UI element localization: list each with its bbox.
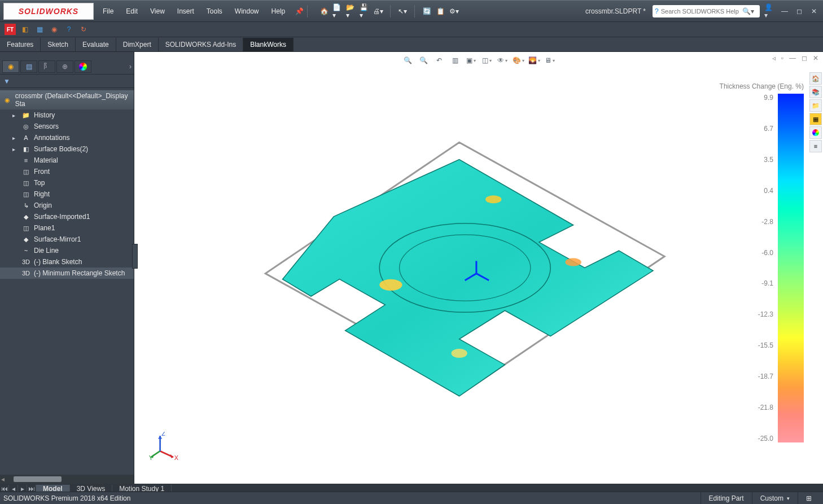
status-units[interactable]: Custom▾: [752, 492, 798, 504]
legend-tick-labels: 9.96.73.50.4-2.8-6.0-9.1-12.3-15.5-18.7-…: [758, 94, 773, 442]
tree-item[interactable]: ▸📁History: [0, 109, 134, 121]
home-icon[interactable]: 🏠: [319, 6, 329, 16]
tree-item[interactable]: ◫Right: [0, 189, 134, 200]
tool-icon-3[interactable]: ◉: [49, 24, 60, 35]
tab-sketch[interactable]: Sketch: [41, 38, 76, 51]
open-doc-icon[interactable]: 📂▾: [346, 6, 356, 16]
tree-item[interactable]: ~Die Line: [0, 245, 134, 256]
doc-restore-icon[interactable]: ◻: [802, 54, 807, 62]
tab-evaluate[interactable]: Evaluate: [76, 38, 116, 51]
panel-overflow-icon[interactable]: ›: [129, 63, 132, 71]
search-dropdown-icon[interactable]: 🔍▾: [742, 7, 754, 15]
tree-filter-row[interactable]: ▼: [0, 74, 134, 88]
menu-file[interactable]: File: [97, 5, 119, 17]
expander-icon[interactable]: ▸: [12, 112, 18, 119]
help-search[interactable]: ? 🔍▾: [653, 5, 760, 17]
tool-icon-2[interactable]: ▦: [34, 24, 45, 35]
divider: [390, 5, 391, 17]
settings-icon[interactable]: ⚙▾: [449, 6, 459, 16]
svg-point-6: [451, 349, 467, 358]
minimize-icon[interactable]: —: [779, 6, 790, 16]
help-icon[interactable]: ?: [63, 24, 75, 35]
config-manager-tab-icon[interactable]: 阝: [38, 60, 55, 73]
feature-tree: ◉ crossmbr (Default<<Default>_Display St…: [0, 88, 134, 475]
tree-item-label: Top: [34, 179, 45, 187]
menu-window[interactable]: Window: [229, 5, 265, 17]
close-icon[interactable]: ✕: [808, 6, 820, 16]
tree-item[interactable]: ◆Surface-Mirror1: [0, 234, 134, 245]
pin-icon[interactable]: 📌: [295, 7, 304, 15]
tool-icon-1[interactable]: ◧: [19, 24, 30, 35]
display-manager-tab-icon[interactable]: [75, 60, 91, 73]
taskpane-home-icon[interactable]: 🏠: [809, 72, 822, 85]
tree-item-label: Annotations: [34, 134, 69, 142]
tab-features[interactable]: Features: [0, 38, 41, 51]
save-icon[interactable]: 💾▾: [360, 6, 370, 16]
expander-icon[interactable]: ▸: [12, 135, 18, 141]
taskpane-design-lib-icon[interactable]: 📁: [809, 99, 822, 112]
new-doc-icon[interactable]: 📄▾: [332, 6, 343, 16]
menu-help[interactable]: Help: [266, 5, 291, 17]
feature-manager-tab-icon[interactable]: ◉: [2, 60, 19, 73]
tree-root-node[interactable]: ◉ crossmbr (Default<<Default>_Display St…: [0, 90, 134, 109]
tree-item[interactable]: ↳Origin: [0, 200, 134, 211]
tree-item[interactable]: ◫Plane1: [0, 222, 134, 234]
scrollbar-thumb[interactable]: [14, 476, 62, 482]
status-edition: SOLIDWORKS Premium 2018 x64 Edition: [3, 494, 130, 502]
select-icon[interactable]: ↖▾: [397, 6, 408, 16]
tree-item[interactable]: ◫Front: [0, 166, 134, 177]
taskpane-view-palette-icon[interactable]: ▦: [809, 113, 822, 125]
menu-insert[interactable]: Insert: [172, 5, 200, 17]
blankworks-icon[interactable]: FT: [5, 24, 16, 35]
orientation-triad[interactable]: X Y Z: [148, 432, 178, 462]
menu-view[interactable]: View: [145, 5, 170, 17]
expander-icon[interactable]: ▸: [12, 146, 18, 152]
tree-item[interactable]: ▸◧Surface Bodies(2): [0, 143, 134, 155]
doc-close-icon[interactable]: ✕: [813, 54, 818, 62]
tree-item-label: Die Line: [34, 247, 59, 255]
panel-splitter[interactable]: [132, 244, 138, 269]
options-icon[interactable]: 📋: [435, 6, 445, 16]
tree-item-label: Surface-Mirror1: [34, 235, 81, 243]
dimxpert-manager-tab-icon[interactable]: ⊕: [56, 60, 73, 73]
taskpane-appearances-icon[interactable]: [809, 126, 822, 139]
status-extra[interactable]: ⊞: [798, 492, 820, 504]
tree-item[interactable]: ◎Sensors: [0, 121, 134, 132]
graphics-view[interactable]: 🔍 🔍 ↶ ▥ ▣ ◫ 👁 🎨 🌄 🖥 ◃ ▫ — ◻ ✕ 🏠 📚 📁 ▦ ≡: [134, 52, 823, 484]
panel-h-scrollbar[interactable]: ◂: [0, 475, 134, 484]
model-canvas[interactable]: X Y Z: [140, 58, 710, 478]
tree-item[interactable]: ≡Material: [0, 155, 134, 166]
color-legend: Thickness Change (Eng. %) 9.96.73.50.4-2…: [713, 82, 804, 442]
taskpane-custom-props-icon[interactable]: ≡: [809, 140, 822, 152]
tab-dimxpert[interactable]: DimXpert: [116, 38, 159, 51]
scroll-left-icon[interactable]: ◂: [0, 475, 6, 483]
doc-minimize-icon[interactable]: —: [789, 54, 796, 62]
tree-item[interactable]: 3D(-) Blank Sketch: [0, 256, 134, 268]
chevron-down-icon: ▾: [787, 496, 790, 501]
tab-addins[interactable]: SOLIDWORKS Add-Ins: [159, 38, 243, 51]
menu-tools[interactable]: Tools: [201, 5, 228, 17]
tree-item[interactable]: ◆Surface-Imported1: [0, 211, 134, 222]
maximize-icon[interactable]: ◻: [794, 6, 805, 16]
user-icon[interactable]: 👤▾: [764, 6, 776, 16]
svg-text:X: X: [174, 454, 178, 461]
filter-icon[interactable]: ▼: [3, 77, 10, 85]
tab-blankworks[interactable]: BlankWorks: [243, 38, 294, 51]
menu-edit[interactable]: Edit: [120, 5, 143, 17]
search-input[interactable]: [661, 8, 740, 15]
feature-icon: ◫: [21, 190, 30, 198]
divider: [307, 5, 308, 17]
doc-next-icon[interactable]: ▫: [781, 54, 783, 62]
tree-item[interactable]: ▸AAnnotations: [0, 132, 134, 143]
taskpane-resources-icon[interactable]: 📚: [809, 86, 822, 98]
rebuild-icon[interactable]: 🔄: [422, 6, 432, 16]
doc-prev-icon[interactable]: ◃: [772, 54, 776, 62]
property-manager-tab-icon[interactable]: ▤: [20, 60, 37, 73]
feature-icon: ◆: [21, 235, 30, 243]
print-icon[interactable]: 🖨▾: [373, 6, 383, 16]
tree-item[interactable]: ◫Top: [0, 177, 134, 189]
feature-icon: 3D: [21, 258, 30, 266]
tree-item[interactable]: 3D(-) Minimum Rectangle Sketch: [0, 268, 134, 279]
refresh-icon[interactable]: ↻: [78, 24, 89, 35]
tree-item-label: Material: [34, 156, 58, 164]
